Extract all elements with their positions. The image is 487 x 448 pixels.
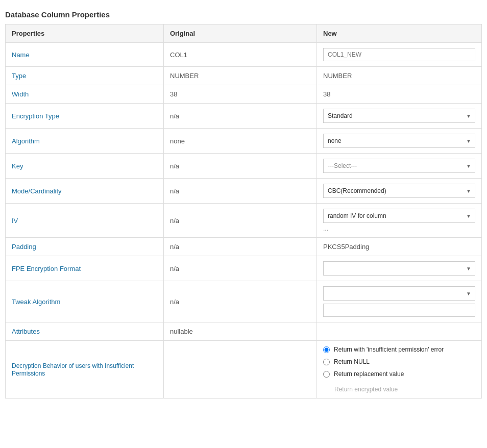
properties-table: Properties Original New Name COL1 Type N… — [5, 24, 482, 399]
radio-item-return-replacement: Return replacement value — [323, 370, 475, 378]
prop-mode-label: Mode/Cardinality — [6, 179, 164, 204]
fpe-select[interactable] — [323, 261, 475, 276]
radio-label-insufficient-permission: Return with 'insufficient permission' er… — [334, 346, 444, 353]
prop-width-label: Width — [6, 85, 164, 104]
prop-algorithm-label: Algorithm — [6, 129, 164, 154]
prop-name-new — [317, 43, 482, 67]
prop-attributes-original: nullable — [164, 322, 317, 341]
prop-width-new: 38 — [317, 85, 482, 104]
radio-insufficient-permission[interactable] — [323, 346, 330, 353]
prop-encryption-type-original: n/a — [164, 104, 317, 129]
col-header-original: Original — [164, 24, 317, 43]
radio-return-replacement[interactable] — [323, 371, 330, 378]
table-row: IV n/a random IV for column fixed IV man… — [6, 204, 482, 238]
radio-return-null[interactable] — [323, 359, 330, 365]
iv-dots: ... — [323, 225, 475, 232]
prop-type-original: NUMBER — [164, 67, 317, 85]
radio-label-return-null: Return NULL — [334, 358, 370, 365]
key-select[interactable]: ---Select--- — [323, 159, 475, 173]
prop-type-new: NUMBER — [317, 67, 482, 85]
tweak-text-input[interactable] — [323, 304, 475, 317]
prop-attributes-label: Attributes — [6, 322, 164, 341]
page-title: Database Column Properties — [5, 5, 482, 24]
prop-tweak-original: n/a — [164, 281, 317, 322]
radio-label-return-replacement: Return replacement value — [334, 370, 404, 378]
prop-key-label: Key — [6, 154, 164, 179]
prop-type-label: Type — [6, 67, 164, 85]
radio-item-return-null: Return NULL — [323, 358, 475, 365]
prop-iv-new: random IV for column fixed IV manual ▼ .… — [317, 204, 482, 238]
prop-iv-label: IV — [6, 204, 164, 238]
mode-select[interactable]: CBC(Recommended) ECB CFB — [323, 184, 475, 198]
tweak-dropdown-wrapper: ▼ — [323, 286, 475, 301]
table-row: Decryption Behavior of users with Insuff… — [6, 341, 482, 399]
col-header-new: New — [317, 24, 482, 43]
table-row: Padding n/a PKCS5Padding — [6, 238, 482, 256]
tweak-select[interactable] — [323, 286, 475, 301]
prop-decryption-new: Return with 'insufficient permission' er… — [317, 341, 482, 399]
table-row: Name COL1 — [6, 43, 482, 67]
prop-mode-new: CBC(Recommended) ECB CFB ▼ — [317, 179, 482, 204]
prop-width-original: 38 — [164, 85, 317, 104]
iv-dropdown-wrapper: random IV for column fixed IV manual ▼ — [323, 209, 475, 223]
prop-algorithm-original: none — [164, 129, 317, 154]
prop-key-new: ---Select--- ▼ — [317, 154, 482, 179]
prop-key-original: n/a — [164, 154, 317, 179]
prop-iv-original: n/a — [164, 204, 317, 238]
prop-decryption-original — [164, 341, 317, 399]
decryption-radio-group: Return with 'insufficient permission' er… — [323, 346, 475, 393]
prop-fpe-original: n/a — [164, 256, 317, 281]
prop-tweak-label: Tweak Algorithm — [6, 281, 164, 322]
return-encrypted-label: Return encrypted value — [323, 383, 475, 393]
algorithm-dropdown-wrapper: none AES DES ▼ — [323, 134, 475, 148]
encryption-type-dropdown-wrapper: Standard None ▼ — [323, 109, 475, 123]
table-row: Type NUMBER NUMBER — [6, 67, 482, 85]
prop-name-label: Name — [6, 43, 164, 67]
col-header-properties: Properties — [6, 24, 164, 43]
table-row: Key n/a ---Select--- ▼ — [6, 154, 482, 179]
prop-padding-original: n/a — [164, 238, 317, 256]
table-row: Width 38 38 — [6, 85, 482, 104]
key-dropdown-wrapper: ---Select--- ▼ — [323, 159, 475, 173]
prop-fpe-label: FPE Encryption Format — [6, 256, 164, 281]
fpe-dropdown-wrapper: ▼ — [323, 261, 475, 276]
table-row: Algorithm none none AES DES ▼ — [6, 129, 482, 154]
prop-padding-new: PKCS5Padding — [317, 238, 482, 256]
prop-mode-original: n/a — [164, 179, 317, 204]
prop-attributes-new — [317, 322, 482, 341]
table-row: Attributes nullable — [6, 322, 482, 341]
prop-decryption-label: Decryption Behavior of users with Insuff… — [6, 341, 164, 399]
prop-encryption-type-new: Standard None ▼ — [317, 104, 482, 129]
table-row: FPE Encryption Format n/a ▼ — [6, 256, 482, 281]
prop-name-original: COL1 — [164, 43, 317, 67]
table-row: Tweak Algorithm n/a ▼ — [6, 281, 482, 322]
prop-tweak-new: ▼ — [317, 281, 482, 322]
prop-padding-label: Padding — [6, 238, 164, 256]
mode-dropdown-wrapper: CBC(Recommended) ECB CFB ▼ — [323, 184, 475, 198]
prop-algorithm-new: none AES DES ▼ — [317, 129, 482, 154]
prop-encryption-type-label: Encryption Type — [6, 104, 164, 129]
radio-item-insufficient-permission: Return with 'insufficient permission' er… — [323, 346, 475, 353]
prop-fpe-new: ▼ — [317, 256, 482, 281]
table-row: Encryption Type n/a Standard None ▼ — [6, 104, 482, 129]
decryption-behavior-label: Decryption Behavior of users with Insuff… — [12, 362, 134, 377]
iv-select[interactable]: random IV for column fixed IV manual — [323, 209, 475, 223]
algorithm-select[interactable]: none AES DES — [323, 134, 475, 148]
encryption-type-select[interactable]: Standard None — [323, 109, 475, 123]
table-row: Mode/Cardinality n/a CBC(Recommended) EC… — [6, 179, 482, 204]
name-input[interactable] — [323, 48, 475, 61]
